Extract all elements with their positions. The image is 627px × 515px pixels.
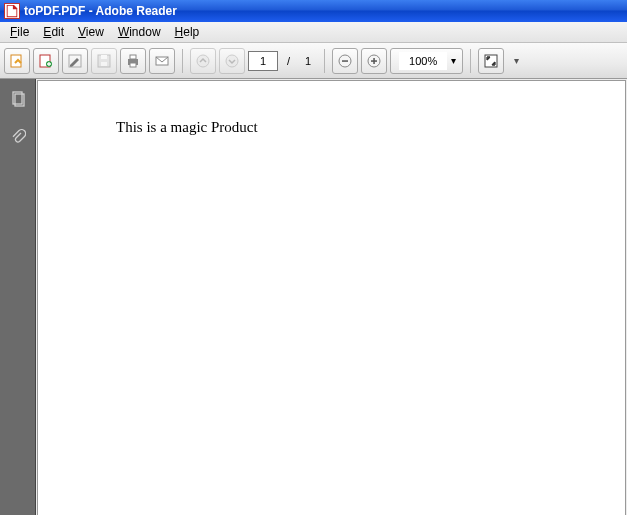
zoom-in-button[interactable] [361,48,387,74]
menu-help[interactable]: Help [169,24,206,40]
document-scroll[interactable]: This is a magic Product [36,79,627,515]
document-body-text: This is a magic Product [116,119,258,135]
zoom-out-button[interactable] [332,48,358,74]
content-area: This is a magic Product [0,79,627,515]
menu-window[interactable]: Window [112,24,167,40]
svg-point-12 [226,55,238,67]
svg-rect-17 [373,58,375,64]
page-total-label: 1 [305,55,311,67]
svg-rect-6 [101,62,107,66]
title-bar: toPDF.PDF - Adobe Reader [0,0,627,22]
attachments-panel-button[interactable] [6,125,30,149]
sign-button[interactable] [62,48,88,74]
chevron-down-icon[interactable]: ▾ [447,55,460,66]
chevron-down-icon: ▾ [514,55,519,66]
pdf-file-icon [4,3,20,19]
menu-view[interactable]: View [72,24,110,40]
svg-rect-18 [485,55,497,67]
page-separator: / [287,55,290,67]
window-title: toPDF.PDF - Adobe Reader [24,4,177,18]
toolbar: / 1 ▾ ▾ [0,43,627,79]
print-button[interactable] [120,48,146,74]
navigation-sidebar [0,79,36,515]
toolbar-separator [324,49,325,73]
document-view: This is a magic Product [36,79,627,515]
toolbar-separator [182,49,183,73]
menu-file[interactable]: File [4,24,35,40]
pages-panel-button[interactable] [6,87,30,111]
email-button[interactable] [149,48,175,74]
toolbar-separator [470,49,471,73]
svg-rect-5 [101,55,107,59]
create-pdf-button[interactable] [33,48,59,74]
pdf-page: This is a magic Product [38,81,625,515]
menu-edit[interactable]: Edit [37,24,70,40]
zoom-input[interactable] [399,52,447,70]
svg-rect-8 [130,55,136,59]
page-down-button[interactable] [219,48,245,74]
toolbar-more-button[interactable]: ▾ [507,48,525,74]
svg-rect-9 [130,63,136,67]
save-button[interactable] [91,48,117,74]
fullscreen-button[interactable] [478,48,504,74]
svg-point-11 [197,55,209,67]
page-up-button[interactable] [190,48,216,74]
menu-bar: File Edit View Window Help [0,22,627,43]
export-pdf-button[interactable] [4,48,30,74]
zoom-select[interactable]: ▾ [390,48,463,74]
svg-rect-14 [342,60,348,62]
page-number-input[interactable] [248,51,278,71]
